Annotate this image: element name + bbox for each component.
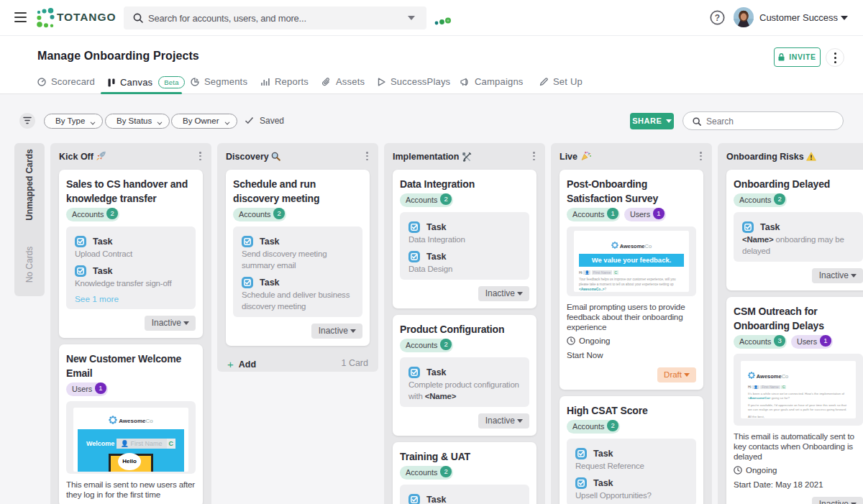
svg-text:?: ?	[715, 13, 720, 23]
